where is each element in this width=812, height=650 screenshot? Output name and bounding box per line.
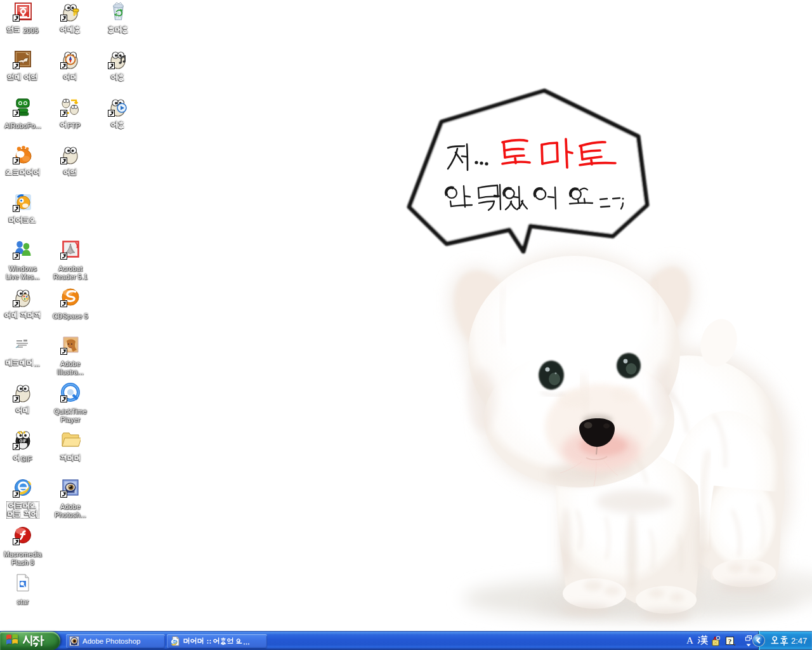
svg-text:?: ? <box>728 637 732 644</box>
svg-text:GIF: GIF <box>20 439 27 443</box>
